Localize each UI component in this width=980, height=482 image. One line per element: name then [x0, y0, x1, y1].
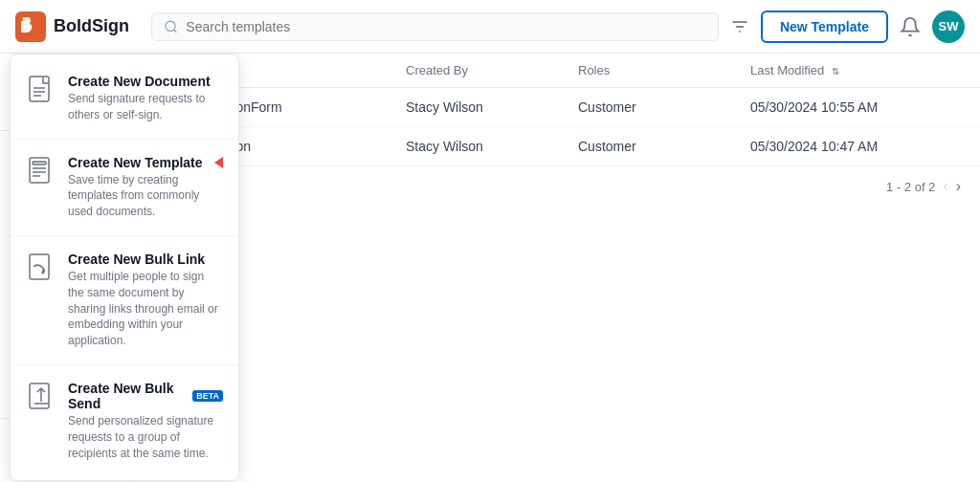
- dropdown-divider-1: [11, 139, 238, 140]
- create-bulk-send-title: Create New Bulk Send BETA: [68, 381, 223, 411]
- pagination-next-button[interactable]: ›: [956, 178, 961, 195]
- header-right: New Template SW: [730, 11, 965, 43]
- dropdown-item-create-bulk-send[interactable]: Create New Bulk Send BETA Send personali…: [11, 369, 238, 472]
- bulk-link-icon: [26, 252, 56, 286]
- template-icon: [26, 155, 56, 189]
- dropdown-menu: Create New Document Send signature reque…: [10, 54, 239, 481]
- col-last-modified: Last Modified ⇅: [750, 63, 961, 77]
- svg-rect-15: [33, 162, 46, 164]
- pagination: 1 - 2 of 2 ‹ ›: [134, 166, 980, 207]
- create-document-desc: Send signature requests to others or sel…: [68, 91, 223, 123]
- logo-area: B BoldSign: [15, 11, 140, 42]
- table-row[interactable]: Card Application Stacy Wilson Customer 0…: [134, 127, 980, 166]
- new-template-button[interactable]: New Template: [761, 11, 888, 43]
- svg-rect-10: [30, 77, 49, 101]
- arrow-indicator: [214, 157, 223, 168]
- doc-icon: [26, 74, 56, 108]
- col-roles: Roles: [578, 63, 750, 77]
- logo-text: BoldSign: [54, 16, 129, 36]
- svg-rect-19: [30, 254, 49, 279]
- create-bulk-send-desc: Send personalized signature requests to …: [68, 413, 223, 461]
- table-row[interactable]: Card ApplicationForm Stacy Wilson Custom…: [134, 88, 980, 127]
- dropdown-divider-2: [11, 235, 238, 236]
- pagination-prev-button[interactable]: ‹: [943, 178, 947, 195]
- search-icon: [164, 19, 178, 34]
- main-content: Name Created By Roles Last Modified ⇅ Ca…: [134, 54, 980, 482]
- dropdown-bulk-send-beta-badge: BETA: [192, 390, 223, 402]
- search-bar[interactable]: [151, 12, 719, 41]
- avatar[interactable]: SW: [932, 11, 965, 43]
- sort-icon[interactable]: ⇅: [832, 66, 839, 77]
- create-template-desc: Save time by creating templates from com…: [68, 172, 223, 220]
- pagination-text: 1 - 2 of 2: [886, 180, 935, 194]
- create-bulk-link-title: Create New Bulk Link: [68, 252, 223, 267]
- svg-text:B: B: [20, 19, 32, 35]
- dropdown-divider-3: [11, 364, 238, 365]
- search-input[interactable]: [186, 19, 706, 34]
- row-1-roles: Customer: [578, 99, 750, 115]
- boldsign-logo-icon: B: [15, 11, 46, 42]
- row-2-roles: Customer: [578, 139, 750, 154]
- svg-rect-20: [30, 383, 49, 408]
- row-2-last-modified: 05/30/2024 10:47 AM: [750, 139, 961, 154]
- dropdown-item-create-bulk-link[interactable]: Create New Bulk Link Get multiple people…: [11, 240, 238, 361]
- create-bulk-link-desc: Get multiple people to sign the same doc…: [68, 269, 223, 349]
- table-header: Name Created By Roles Last Modified ⇅: [134, 54, 980, 88]
- row-1-last-modified: 05/30/2024 10:55 AM: [750, 99, 961, 115]
- header: B BoldSign New Template SW: [0, 0, 980, 54]
- svg-point-2: [166, 21, 175, 31]
- dropdown-item-create-template[interactable]: Create New Template Save time by creatin…: [11, 143, 238, 231]
- bulk-send-icon: [26, 381, 56, 415]
- bell-icon[interactable]: [900, 16, 921, 37]
- create-document-title: Create New Document: [68, 74, 223, 89]
- col-created-by: Created By: [406, 63, 578, 77]
- dropdown-item-create-document[interactable]: Create New Document Send signature reque…: [11, 62, 238, 135]
- filter-icon[interactable]: [730, 17, 749, 36]
- row-2-created-by: Stacy Wilson: [406, 139, 578, 154]
- row-1-created-by: Stacy Wilson: [406, 99, 578, 115]
- create-template-title: Create New Template: [68, 155, 223, 170]
